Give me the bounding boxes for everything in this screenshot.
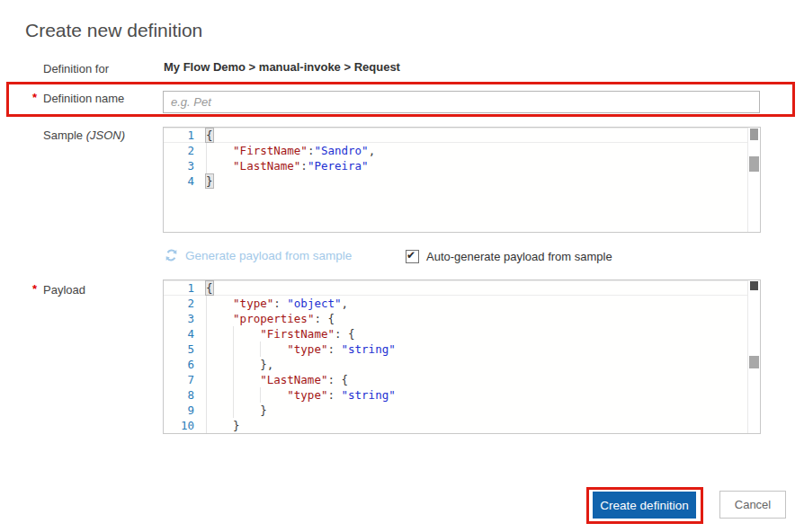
- code-line: 8"type": "string": [164, 387, 748, 403]
- definition-name-label: Definition name: [43, 92, 124, 105]
- code-line: 9}: [164, 403, 748, 418]
- generate-payload-label: Generate payload from sample: [185, 249, 352, 262]
- code-line: 3"LastName":"Pereira": [164, 158, 748, 173]
- scrollbar-thumb[interactable]: [749, 356, 759, 368]
- line-number: 6: [164, 357, 206, 372]
- code-text: "FirstName":"Sandro",: [206, 143, 375, 158]
- sample-editor-scrollbar[interactable]: [747, 128, 760, 232]
- code-line: 7"LastName": {: [164, 372, 748, 387]
- code-text: }: [206, 403, 267, 418]
- payload-editor-content[interactable]: 1{2"type": "object",3"properties": {4"Fi…: [164, 280, 748, 433]
- code-text: "type": "string": [206, 341, 396, 357]
- breadcrumb: My Flow Demo > manual-invoke > Request: [164, 60, 400, 74]
- line-number: 2: [164, 296, 206, 311]
- line-number: 1: [164, 128, 206, 143]
- generate-payload-button[interactable]: Generate payload from sample: [165, 248, 352, 262]
- code-text: "properties": {: [206, 311, 335, 326]
- definition-for-label: Definition for: [43, 62, 109, 75]
- code-text: {: [206, 128, 213, 143]
- auto-generate-row: Auto-generate payload from sample: [406, 250, 612, 263]
- code-text: "type": "object",: [206, 296, 348, 311]
- code-line: 4}: [164, 173, 748, 189]
- line-number: 9: [164, 403, 206, 418]
- line-number: 8: [164, 387, 206, 403]
- cancel-button[interactable]: Cancel: [719, 491, 786, 519]
- line-number: 2: [164, 143, 206, 158]
- create-definition-button[interactable]: Create definition: [593, 492, 696, 519]
- line-number: 5: [164, 341, 206, 357]
- line-number: 1: [164, 280, 206, 296]
- code-line: 2"type": "object",: [164, 296, 748, 311]
- line-number: 4: [164, 326, 206, 341]
- line-number: 10: [164, 418, 206, 433]
- code-line: 10}: [164, 418, 748, 433]
- code-text: "FirstName": {: [206, 326, 355, 341]
- payload-label: Payload: [43, 283, 85, 297]
- required-asterisk: *: [32, 91, 37, 104]
- code-line: 5"type": "string": [164, 341, 748, 357]
- sample-label: Sample (JSON): [43, 129, 125, 142]
- code-text: }: [206, 173, 213, 189]
- sample-label-suffix: (JSON): [86, 129, 125, 142]
- auto-generate-checkbox[interactable]: [406, 250, 419, 263]
- definition-name-input[interactable]: [163, 91, 760, 113]
- line-number: 4: [164, 173, 206, 189]
- page-title: Create new definition: [25, 20, 202, 41]
- required-asterisk: *: [32, 282, 37, 296]
- sync-icon: [165, 248, 178, 262]
- code-text: },: [206, 357, 273, 372]
- scrollbar-decoration: [750, 281, 758, 290]
- code-text: "type": "string": [206, 387, 396, 403]
- code-line: 1{: [164, 280, 748, 296]
- line-number: 7: [164, 372, 206, 387]
- code-text: {: [206, 280, 213, 296]
- sample-editor-content[interactable]: 1{2"FirstName":"Sandro",3"LastName":"Per…: [164, 128, 748, 232]
- code-line: 3"properties": {: [164, 311, 748, 326]
- code-line: 2"FirstName":"Sandro",: [164, 143, 748, 158]
- code-line: 6},: [164, 357, 748, 372]
- code-line: 4"FirstName": {: [164, 326, 748, 341]
- sample-label-text: Sample: [43, 129, 83, 142]
- scrollbar-thumb[interactable]: [749, 156, 759, 172]
- code-text: "LastName":"Pereira": [206, 158, 369, 173]
- line-number: 3: [164, 311, 206, 326]
- sample-json-editor[interactable]: 1{2"FirstName":"Sandro",3"LastName":"Per…: [163, 127, 761, 233]
- code-line: 1{: [164, 128, 748, 143]
- line-number: 3: [164, 158, 206, 173]
- payload-editor[interactable]: 1{2"type": "object",3"properties": {4"Fi…: [163, 279, 761, 434]
- scrollbar-decoration: [750, 129, 758, 140]
- code-text: }: [206, 418, 240, 433]
- auto-generate-label: Auto-generate payload from sample: [426, 250, 612, 263]
- payload-editor-scrollbar[interactable]: [747, 280, 760, 433]
- code-text: "LastName": {: [206, 372, 348, 387]
